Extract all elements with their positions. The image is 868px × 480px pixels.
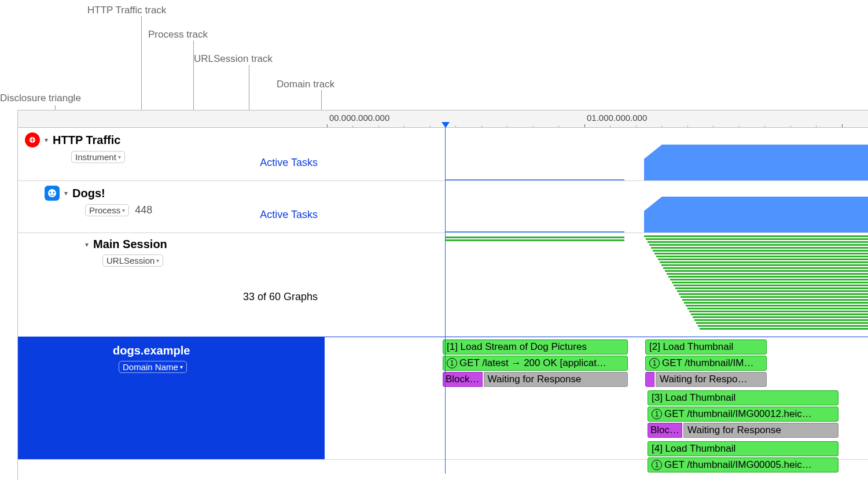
task-name: [2] Load Thumbnail bbox=[645, 339, 767, 355]
disclosure-triangle-icon[interactable]: ▾ bbox=[45, 136, 48, 144]
task-1[interactable]: [1] Load Stream of Dog Pictures 1GET /la… bbox=[443, 339, 628, 387]
lane-process[interactable] bbox=[325, 181, 868, 232]
track-title: Main Session bbox=[93, 238, 167, 251]
callout-domain: Domain track bbox=[277, 79, 334, 90]
instrument-pill[interactable]: Instrument▾ bbox=[71, 151, 125, 163]
task-waiting: Waiting for Response bbox=[484, 372, 628, 387]
playhead[interactable] bbox=[445, 127, 446, 474]
task-blocked bbox=[645, 372, 654, 387]
active-tasks-label: Active Tasks bbox=[260, 209, 318, 221]
ruler-tick-1: 01.000.000.000 bbox=[587, 113, 647, 123]
lane-session[interactable] bbox=[325, 233, 868, 337]
disclosure-triangle-icon[interactable]: ▾ bbox=[64, 189, 68, 197]
task-waiting: Waiting for Response bbox=[683, 423, 838, 438]
track-title: Dogs! bbox=[72, 187, 105, 200]
svg-point-3 bbox=[50, 192, 52, 194]
task-blocked: Bloc… bbox=[648, 423, 682, 438]
task-4[interactable]: [4] Load Thumbnail 1GET /thumbnail/IMG00… bbox=[648, 441, 838, 472]
lane-http[interactable] bbox=[325, 128, 868, 180]
dogs-app-icon bbox=[45, 186, 60, 201]
task-name: [3] Load Thumbnail bbox=[648, 390, 838, 405]
urlsession-pill[interactable]: URLSession▾ bbox=[102, 254, 163, 267]
process-pill[interactable]: Process▾ bbox=[85, 204, 129, 216]
callout-urlsession: URLSession track bbox=[194, 53, 273, 65]
task-3[interactable]: [3] Load Thumbnail 1GET /thumbnail/IMG00… bbox=[648, 390, 838, 438]
track-title: HTTP Traffic bbox=[53, 134, 120, 147]
task-name: [4] Load Thumbnail bbox=[648, 441, 838, 456]
track-title: dogs.example bbox=[113, 344, 190, 357]
svg-point-2 bbox=[48, 189, 56, 197]
task-name: [1] Load Stream of Dog Pictures bbox=[443, 339, 628, 355]
task-request: 1GET /thumbnail/IMG00005.heic… bbox=[648, 457, 838, 472]
disclosure-triangle-icon[interactable]: ▾ bbox=[85, 241, 89, 249]
ruler-tick-0: 00.000.000.000 bbox=[329, 113, 389, 123]
callout-disclosure: Disclosure triangle bbox=[0, 93, 81, 104]
track-process[interactable]: ▾ Dogs! Process▾ 448 Active Tasks bbox=[18, 181, 868, 233]
task-request: 1GET /latest → 200 OK [applicat… bbox=[443, 356, 628, 371]
track-domain[interactable]: dogs.example Domain Name▾ [1] Load Strea… bbox=[18, 337, 868, 460]
http-icon bbox=[25, 132, 40, 147]
callout-process: Process track bbox=[148, 29, 208, 40]
task-waiting: Waiting for Respo… bbox=[656, 372, 767, 387]
svg-point-4 bbox=[53, 192, 55, 194]
task-request: 1GET /thumbnail/IM… bbox=[645, 356, 767, 371]
task-2[interactable]: [2] Load Thumbnail 1GET /thumbnail/IM… W… bbox=[645, 339, 767, 387]
domain-name-pill[interactable]: Domain Name▾ bbox=[119, 361, 187, 373]
instruments-window: 00.000.000.000 01.000.000.000 ▾ HTTP Tra… bbox=[17, 110, 868, 480]
callouts-panel: Disclosure triangle HTTP Traffic track P… bbox=[0, 0, 868, 110]
lane-domain[interactable]: [1] Load Stream of Dog Pictures 1GET /la… bbox=[325, 337, 868, 459]
task-blocked: Block… bbox=[443, 372, 483, 387]
track-http-traffic[interactable]: ▾ HTTP Traffic Instrument▾ Active Tasks bbox=[18, 128, 868, 181]
track-urlsession[interactable]: ▾ Main Session URLSession▾ 33 of 60 Grap… bbox=[18, 233, 868, 337]
process-pid: 448 bbox=[135, 204, 152, 216]
graphs-count-label: 33 of 60 Graphs bbox=[243, 291, 318, 303]
task-request: 1GET /thumbnail/IMG00012.heic… bbox=[648, 407, 838, 422]
callout-http: HTTP Traffic track bbox=[87, 5, 166, 16]
active-tasks-label: Active Tasks bbox=[260, 157, 318, 169]
